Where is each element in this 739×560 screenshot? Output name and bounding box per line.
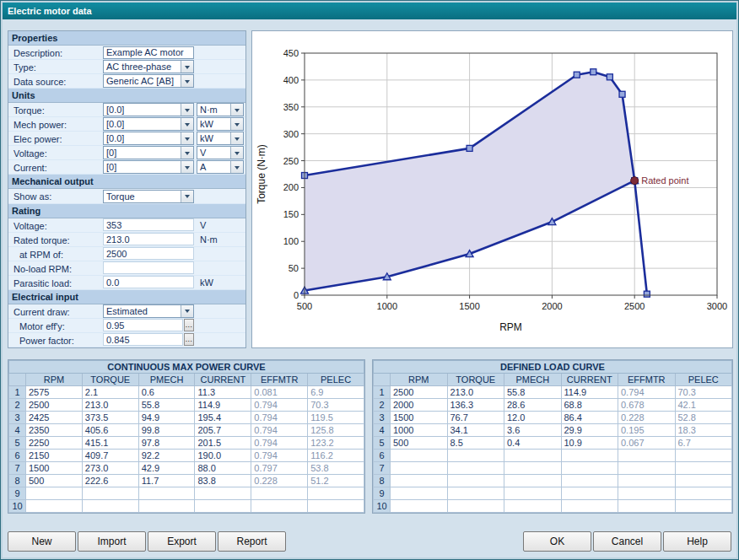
cell-torque[interactable]: 409.7 [82,450,138,462]
cell-torque[interactable]: 213.0 [82,399,138,412]
no-load-rpm-input[interactable] [103,261,194,274]
cell-torque[interactable] [82,500,138,513]
cell-pmech[interactable] [504,500,562,513]
cell-current[interactable]: 83.8 [195,475,251,487]
power-factor-input[interactable] [103,333,183,346]
cell-rpm[interactable] [391,450,448,462]
cell-pmech[interactable] [504,450,562,462]
cell-pelec[interactable]: 18.3 [675,424,732,437]
export-button[interactable]: Export [148,531,216,552]
cell-pelec[interactable] [675,500,732,513]
cell-current[interactable]: 114.9 [195,399,251,412]
cell-current[interactable]: 10.9 [561,437,618,450]
cell-rpm[interactable]: 2425 [26,412,83,424]
power-factor-more-button[interactable]: … [184,333,194,346]
help-button[interactable]: Help [663,531,731,552]
cell-torque[interactable] [447,500,504,513]
cell-pelec[interactable]: 53.8 [308,462,364,475]
cell-torque[interactable]: 405.6 [82,424,138,437]
cell-torque[interactable]: 222.6 [82,475,138,487]
cell-rpm[interactable]: 2350 [26,424,83,437]
cell-pmech[interactable]: 97.8 [138,437,195,450]
cell-torque[interactable]: 136.3 [447,399,504,412]
cell-rpm[interactable]: 2500 [26,399,83,412]
cell-pmech[interactable] [504,462,562,475]
cell-effmtr[interactable]: 0.228 [618,412,676,424]
cell-effmtr[interactable] [251,500,308,513]
import-button[interactable]: Import [78,531,146,552]
cell-pmech[interactable]: 0.4 [504,437,562,450]
cell-effmtr[interactable]: 0.794 [251,424,308,437]
cell-current[interactable]: 205.7 [195,424,251,437]
cell-effmtr[interactable] [618,487,676,500]
cell-rpm[interactable]: 2500 [391,386,448,399]
current-unit-select[interactable]: A [197,160,244,174]
cell-pelec[interactable] [675,462,732,475]
show-as-select[interactable]: Torque [103,190,194,203]
cell-pmech[interactable]: 42.9 [138,462,195,475]
cell-rpm[interactable] [26,500,83,513]
cell-current[interactable] [561,462,618,475]
cell-pmech[interactable]: 55.8 [138,399,195,412]
cell-rpm[interactable]: 2000 [391,399,448,412]
cell-pmech[interactable]: 99.8 [138,424,195,437]
elec-power-unit-select[interactable]: kW [197,132,244,145]
cell-current[interactable] [561,450,618,462]
cell-pmech[interactable]: 0.6 [138,386,195,399]
cell-pmech[interactable]: 12.0 [504,412,562,424]
cell-pelec[interactable]: 119.5 [308,412,364,424]
cell-current[interactable]: 29.9 [561,424,618,437]
cell-rpm[interactable]: 1500 [26,462,83,475]
motor-efficiency-more-button[interactable]: … [184,319,194,331]
cell-pmech[interactable]: 11.7 [138,475,195,487]
voltage-unit-select[interactable]: V [197,146,244,159]
cell-pmech[interactable] [504,487,562,500]
cell-torque[interactable]: 273.0 [82,462,138,475]
rated-voltage-input[interactable] [103,218,194,231]
cell-pelec[interactable]: 116.2 [308,450,364,462]
cell-pmech[interactable] [138,487,195,500]
cell-current[interactable]: 68.8 [561,399,618,412]
cell-effmtr[interactable]: 0.067 [618,437,676,450]
cell-rpm[interactable]: 1500 [391,412,448,424]
cell-pelec[interactable] [308,500,364,513]
cell-torque[interactable] [447,487,504,500]
cell-pmech[interactable]: 94.9 [138,412,195,424]
cell-torque[interactable]: 373.5 [82,412,138,424]
cell-rpm[interactable] [391,475,448,487]
cell-current[interactable] [195,487,251,500]
torque-unit-select[interactable]: N·m [197,103,244,116]
cell-torque[interactable]: 415.1 [82,437,138,450]
cell-current[interactable] [561,500,618,513]
torque-format-select[interactable]: [0.0] [103,103,194,116]
cell-torque[interactable]: 8.5 [447,437,504,450]
report-button[interactable]: Report [218,531,286,552]
cell-rpm[interactable]: 2575 [26,386,83,399]
cell-pelec[interactable]: 51.2 [308,475,364,487]
cell-rpm[interactable]: 1000 [391,424,448,437]
cell-rpm[interactable]: 2150 [26,450,83,462]
cell-pmech[interactable] [504,475,562,487]
cell-pelec[interactable]: 6.9 [308,386,364,399]
cell-pelec[interactable] [675,450,732,462]
cell-effmtr[interactable]: 0.195 [618,424,676,437]
cell-current[interactable] [195,500,251,513]
cell-pmech[interactable]: 92.2 [138,450,195,462]
motor-efficiency-input[interactable] [103,319,183,331]
cell-rpm[interactable] [26,487,83,500]
description-input[interactable] [103,46,194,59]
parasitic-load-input[interactable] [103,276,194,288]
cell-torque[interactable]: 2.1 [82,386,138,399]
cell-current[interactable]: 190.0 [195,450,251,462]
ok-button[interactable]: OK [523,531,591,552]
cell-effmtr[interactable]: 0.794 [618,386,676,399]
cell-effmtr[interactable] [618,475,676,487]
type-select[interactable]: AC three-phase [103,60,194,73]
cell-effmtr[interactable]: 0.081 [251,386,308,399]
cell-effmtr[interactable] [618,462,676,475]
cell-current[interactable]: 86.4 [561,412,618,424]
cell-torque[interactable]: 34.1 [447,424,504,437]
current-draw-select[interactable]: Estimated [103,304,194,318]
cell-current[interactable]: 114.9 [561,386,618,399]
mech-power-format-select[interactable]: [0.0] [103,117,194,131]
